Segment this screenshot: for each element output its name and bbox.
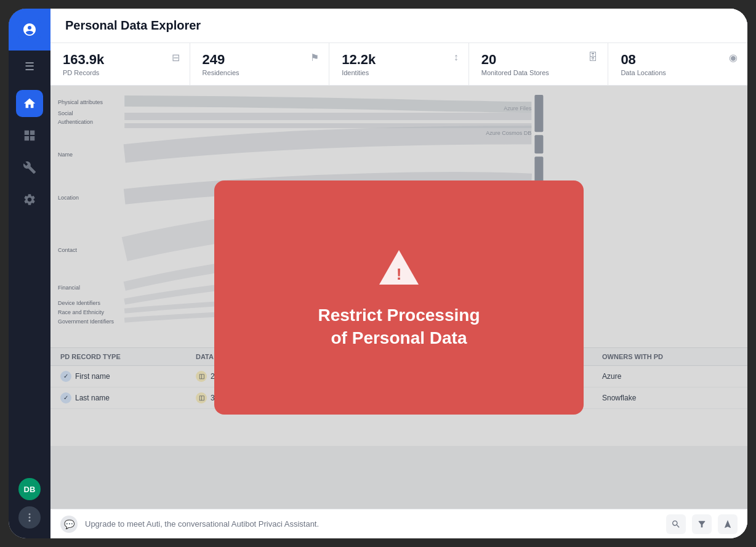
navigate-button[interactable] [718,514,738,534]
database-icon: 🗄 [588,52,598,63]
stat-residencies-label: Residencies [203,69,317,76]
stat-locations-label: Data Locations [621,69,735,76]
modal-overlay: ! Restrict Processing of Personal Data [50,86,747,509]
chat-icon: 💬 [60,516,78,533]
user-avatar[interactable]: DB [18,478,41,500]
stat-identities-value: 12.2k [342,52,456,68]
menu-toggle-button[interactable]: ☰ [9,53,50,80]
svg-point-2 [29,517,31,519]
bottom-actions [666,514,738,534]
sidebar-item-dashboard[interactable] [16,122,43,149]
location-icon: ◉ [729,52,738,63]
sidebar-item-home[interactable] [16,90,43,117]
more-options-button[interactable] [18,506,41,529]
hamburger-icon: ☰ [25,60,34,73]
stat-pd-records: 163.9k PD Records ⊟ [50,43,190,85]
stat-pd-records-label: PD Records [63,69,177,76]
search-icon [671,519,681,529]
stats-bar: 163.9k PD Records ⊟ 249 Residencies ⚑ 12… [50,43,747,86]
bottom-bar: 💬 Upgrade to meet Auti, the conversation… [50,509,747,538]
page-title: Personal Data Explorer [65,18,733,33]
modal-warning-icon: ! [377,245,421,290]
stat-pd-records-value: 163.9k [63,52,177,68]
stat-monitored-value: 20 [481,52,596,68]
svg-text:!: ! [396,265,402,283]
stat-data-locations: 08 Data Locations ◉ [608,43,747,85]
stat-residencies-value: 249 [203,52,317,68]
content-area: Physical attributes Social Authenticatio… [50,86,747,509]
stat-residencies: 249 Residencies ⚑ [190,43,330,85]
sidebar-bottom: DB [18,478,41,538]
stat-monitored-stores: 20 Monitored Data Stores 🗄 [469,43,609,85]
filter-icon: ⊟ [172,52,180,63]
upgrade-message: Upgrade to meet Auti, the conversational… [85,519,659,529]
stat-identities: 12.2k Identities ↕ [329,43,469,85]
stat-identities-label: Identities [342,69,456,76]
modal-title: Restrict Processing of Personal Data [318,304,480,349]
dashboard-icon [23,129,36,142]
restrict-processing-modal: ! Restrict Processing of Personal Data [214,180,584,415]
svg-point-3 [29,520,31,522]
filter-button[interactable] [692,514,712,534]
stat-locations-value: 08 [621,52,735,68]
wrench-icon [23,161,36,174]
search-button[interactable] [666,514,686,534]
arrow-icon [723,519,733,529]
gear-icon [23,193,36,206]
dots-icon [24,512,35,523]
flag-icon: ⚑ [310,52,319,63]
svg-point-1 [29,513,31,515]
stat-monitored-label: Monitored Data Stores [481,69,596,76]
page-header: Personal Data Explorer [50,9,747,43]
sidebar: ☰ [9,9,50,538]
person-icon: ↕ [454,52,459,63]
sidebar-nav [16,90,43,478]
sidebar-logo[interactable] [9,9,50,51]
sidebar-item-tools[interactable] [16,154,43,181]
filter-icon [697,519,707,529]
warning-triangle-icon: ! [377,245,421,290]
main-content: Personal Data Explorer 163.9k PD Records… [50,9,747,538]
logo-icon [18,18,41,41]
app-container: ☰ [9,9,747,538]
device-frame: ☰ [9,9,747,538]
home-icon [23,97,36,110]
sidebar-item-settings[interactable] [16,186,43,213]
